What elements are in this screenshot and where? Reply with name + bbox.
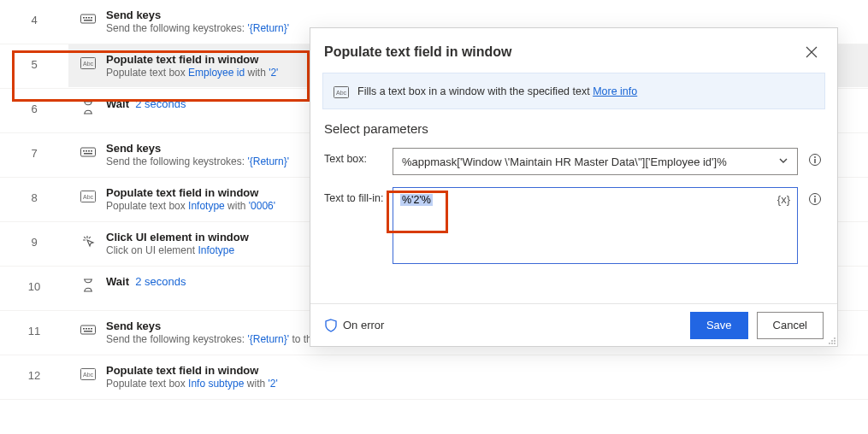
step-subtitle: Click on UI element Infotype <box>106 244 249 256</box>
svg-rect-3 <box>88 17 90 19</box>
on-error-button[interactable]: On error <box>324 319 384 332</box>
step-title: Send keys <box>106 9 289 21</box>
step-subtitle: Populate text box Employee id with '2' <box>106 67 278 79</box>
keyboard-icon <box>80 11 96 26</box>
svg-rect-10 <box>86 150 87 152</box>
step-number: 6 <box>0 89 68 115</box>
step-number: 4 <box>0 0 68 26</box>
step-text: Click UI element in windowClick on UI el… <box>106 231 249 256</box>
hourglass-icon <box>80 100 96 115</box>
fillin-editor[interactable]: %'2'% {x} <box>393 187 798 264</box>
textbox-select[interactable]: %appmask['Window \'Maintain HR Master Da… <box>393 148 798 175</box>
svg-rect-31 <box>814 198 815 202</box>
svg-text:Abc: Abc <box>336 90 347 96</box>
step-title: Wait 2 seconds <box>106 275 186 288</box>
more-info-link[interactable]: More info <box>593 85 637 97</box>
svg-rect-5 <box>84 20 92 21</box>
svg-rect-21 <box>84 331 92 332</box>
svg-text:Abc: Abc <box>83 372 94 378</box>
step-number: 10 <box>0 267 68 293</box>
step-subtitle: Populate text box Infotype with '0006' <box>106 200 275 212</box>
svg-rect-11 <box>88 150 90 152</box>
step-subtitle: Send the following keystrokes: '{Return}… <box>106 22 289 34</box>
svg-rect-1 <box>83 17 85 19</box>
step-text: Populate text field in windowPopulate te… <box>106 364 278 390</box>
step-title: Send keys <box>106 142 289 155</box>
step-subtitle: Populate text box Info subtype with '2' <box>106 378 278 390</box>
action-properties-panel: Populate text field in window Abc Fills … <box>310 27 838 347</box>
info-icon[interactable] <box>806 148 824 167</box>
cancel-button[interactable]: Cancel <box>757 312 824 339</box>
abc-icon: Abc <box>80 189 96 204</box>
svg-point-34 <box>834 340 836 342</box>
step-title: Populate text field in window <box>106 53 278 66</box>
hourglass-icon <box>80 278 96 293</box>
fillin-token: %'2'% <box>400 194 433 206</box>
shield-icon <box>324 319 338 332</box>
svg-point-27 <box>814 156 816 158</box>
step-number: 11 <box>0 311 68 337</box>
svg-rect-19 <box>88 328 90 330</box>
info-icon[interactable] <box>806 187 824 206</box>
textbox-value: %appmask['Window \'Maintain HR Master Da… <box>402 155 727 168</box>
svg-point-30 <box>814 196 816 197</box>
svg-text:Abc: Abc <box>83 61 94 67</box>
step-text: Send keysSend the following keystrokes: … <box>106 142 289 167</box>
step-body: AbcPopulate text field in windowPopulate… <box>68 355 868 398</box>
step-text: Wait 2 seconds <box>106 275 186 288</box>
step-subtitle: Send the following keystrokes: '{Return}… <box>106 155 289 167</box>
step-text: Wait 2 seconds <box>106 97 186 110</box>
on-error-label: On error <box>343 319 384 331</box>
step-row[interactable]: 12AbcPopulate text field in windowPopula… <box>0 355 868 400</box>
click-icon <box>80 233 96 249</box>
step-number: 5 <box>0 44 68 71</box>
svg-rect-20 <box>91 328 92 330</box>
step-text: Send keysSend the following keystrokes: … <box>106 9 289 34</box>
svg-rect-12 <box>91 150 92 152</box>
svg-rect-8 <box>81 148 96 156</box>
svg-point-37 <box>834 343 836 344</box>
svg-point-36 <box>831 343 833 344</box>
banner-text: Fills a text box in a window with the sp… <box>357 85 593 97</box>
section-title: Select parameters <box>310 121 837 148</box>
close-button[interactable] <box>800 40 824 64</box>
step-title: Populate text field in window <box>106 186 275 199</box>
chevron-down-icon <box>778 155 788 168</box>
svg-rect-16 <box>81 326 96 334</box>
svg-rect-4 <box>91 17 92 19</box>
abc-icon: Abc <box>80 56 96 71</box>
step-title: Wait 2 seconds <box>106 97 186 110</box>
svg-rect-0 <box>81 15 96 23</box>
svg-point-35 <box>829 343 830 344</box>
svg-point-33 <box>831 340 833 342</box>
panel-title: Populate text field in window <box>324 44 512 60</box>
abc-icon: Abc <box>334 85 349 100</box>
close-icon <box>806 46 818 58</box>
svg-rect-17 <box>83 328 85 330</box>
svg-rect-13 <box>84 153 92 155</box>
abc-icon: Abc <box>80 367 96 382</box>
keyboard-icon <box>80 322 96 337</box>
step-number: 7 <box>0 133 68 160</box>
save-button[interactable]: Save <box>690 312 748 339</box>
param-fillin-row: Text to fill-in: %'2'% {x} <box>324 187 824 264</box>
step-title: Populate text field in window <box>106 364 278 377</box>
info-banner: Abc Fills a text box in a window with th… <box>322 73 825 109</box>
step-number: 12 <box>0 355 68 382</box>
textbox-label: Text box: <box>324 148 393 165</box>
svg-rect-28 <box>814 159 815 163</box>
step-text: Populate text field in windowPopulate te… <box>106 186 275 212</box>
svg-rect-18 <box>86 328 87 330</box>
svg-text:Abc: Abc <box>83 194 94 200</box>
step-text: Populate text field in windowPopulate te… <box>106 53 278 79</box>
resize-handle-icon[interactable] <box>826 335 836 345</box>
step-title: Click UI element in window <box>106 231 249 243</box>
svg-rect-2 <box>86 17 87 19</box>
svg-rect-9 <box>83 150 85 152</box>
param-textbox-row: Text box: %appmask['Window \'Maintain HR… <box>324 148 824 175</box>
keyboard-icon <box>80 144 96 160</box>
insert-variable-button[interactable]: {x} <box>777 193 790 206</box>
svg-point-32 <box>834 337 836 339</box>
step-number: 8 <box>0 178 68 204</box>
fillin-label: Text to fill-in: <box>324 187 393 204</box>
